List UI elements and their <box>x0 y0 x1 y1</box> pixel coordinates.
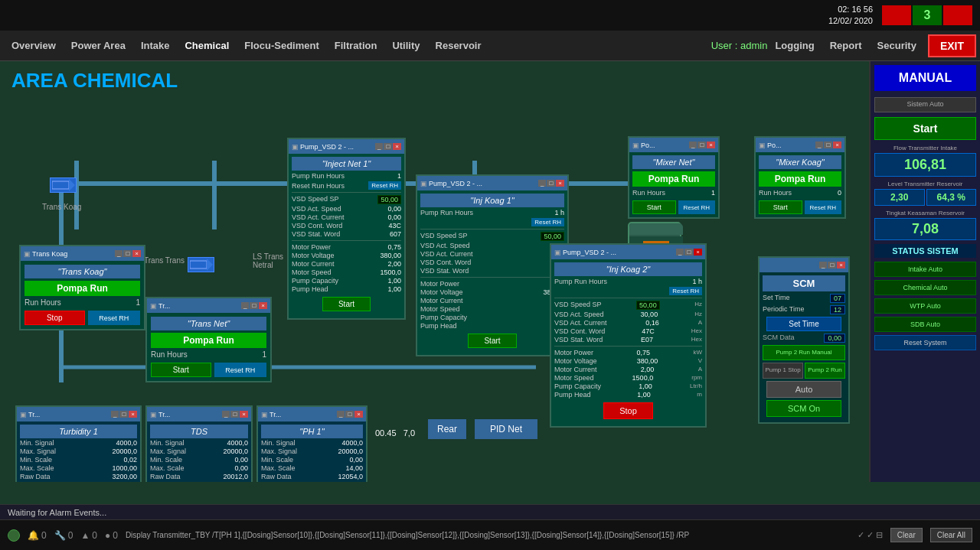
mixer-net-start[interactable]: Start <box>632 200 676 214</box>
ls-trans-label: LS TransNetral <box>253 252 283 269</box>
clear-all-button[interactable]: Clear All <box>930 528 972 542</box>
inject-net-start[interactable]: Start <box>322 297 371 311</box>
inj-koag2-titlebar: ▣ Pump_VSD 2 - ... _ □ × <box>551 245 705 259</box>
inj-koag1-close[interactable]: × <box>556 180 564 187</box>
mixer-koag-min[interactable]: _ <box>815 142 823 148</box>
trans-koag-reset-rh[interactable]: Reset RH <box>88 311 141 325</box>
nav-utility[interactable]: Utility <box>384 35 427 56</box>
ph1-max[interactable]: □ <box>345 411 354 418</box>
svg-marker-8 <box>69 179 75 191</box>
trans-net-run-hours-label: Run Hours <box>151 350 188 359</box>
mixer-net-max[interactable]: □ <box>697 142 706 148</box>
scm-pump2-run[interactable]: Pump 2 Run <box>805 363 845 378</box>
trans-koag-min[interactable]: _ <box>115 250 122 257</box>
scm-max[interactable]: □ <box>828 262 836 268</box>
ph1-close[interactable]: × <box>354 411 363 418</box>
turbidity-close[interactable]: × <box>129 411 137 418</box>
inject-net-window: ▣ Pump_VSD 2 - ... _ □ × "Inject Net 1" … <box>287 138 406 320</box>
inject-net-reset-rh[interactable]: Reset RH <box>368 181 401 190</box>
scm-auto[interactable]: Auto <box>766 381 841 398</box>
ph1-title: "PH 1" <box>261 425 363 438</box>
status-bar: Waiting for Alarm Events... <box>0 504 980 519</box>
inj-koag1-max[interactable]: □ <box>547 180 555 187</box>
exit-button[interactable]: EXIT <box>928 34 976 57</box>
inj-koag1-min[interactable]: _ <box>538 180 546 187</box>
tds-min[interactable]: _ <box>222 411 230 418</box>
svg-marker-10 <box>207 259 213 271</box>
nav-overview[interactable]: Overview <box>4 35 64 56</box>
inj-koag1-start[interactable]: Start <box>468 334 516 348</box>
nav-intake[interactable]: Intake <box>133 35 178 56</box>
scm-min[interactable]: _ <box>819 262 827 268</box>
mixer-koag-header: "Mixer Koag" <box>759 155 841 169</box>
flow-label: Flow Transmitter Intake <box>874 145 976 151</box>
status-sistem-title: STATUS SISTEM <box>874 244 976 258</box>
wtp-auto-btn[interactable]: WTP Auto <box>874 298 976 314</box>
nav-report[interactable]: Report <box>822 35 870 56</box>
scm-set-time[interactable]: Set Time <box>766 317 841 331</box>
trans-koag-stop[interactable]: Stop <box>24 311 85 325</box>
scm-pump2-run-manual[interactable]: Pump 2 Run Manual <box>763 345 845 360</box>
mixer-net-min[interactable]: _ <box>689 142 697 148</box>
mixer-koag-max[interactable]: □ <box>824 142 832 148</box>
inject-net-max[interactable]: □ <box>384 143 392 150</box>
nav-chemical[interactable]: Chemical <box>177 35 237 56</box>
trans-net-status: Pompa Run <box>151 333 266 348</box>
reset-system-btn[interactable]: Reset System <box>874 335 976 350</box>
nav-security[interactable]: Security <box>870 35 924 56</box>
mixer-net-close[interactable]: × <box>707 142 715 148</box>
sdb-auto-btn[interactable]: SDB Auto <box>874 317 976 332</box>
nav-reservoir[interactable]: Reservoir <box>428 35 489 56</box>
nav-user: User : admin <box>711 40 768 51</box>
inj-koag2-min[interactable]: _ <box>676 249 684 255</box>
tds-max[interactable]: □ <box>230 411 239 418</box>
trans-net-close[interactable]: × <box>259 302 267 309</box>
chemical-auto-btn[interactable]: Chemical Auto <box>874 280 976 295</box>
sistem-auto-btn[interactable]: Sistem Auto <box>874 97 976 112</box>
nav-flocu[interactable]: Flocu-Sediment <box>237 35 327 56</box>
inj-koag2-close[interactable]: × <box>694 249 702 255</box>
mixer-net-titlebar: ▣ Po... _ □ × <box>629 138 718 152</box>
turbidity-min[interactable]: _ <box>111 411 119 418</box>
trans-koag-window: ▣ Trans Koag _ □ × "Trans Koag" Pompa Ru… <box>19 245 145 330</box>
pid-net-button[interactable]: PID Net <box>475 419 537 439</box>
tds-close[interactable]: × <box>240 411 248 418</box>
mixer-net-window: ▣ Po... _ □ × "Mixer Net" Pompa Run Run … <box>628 136 720 219</box>
turbidity-panel: ▣ Tr... _ □ × Turbidity 1 Min. Signal400… <box>15 405 142 482</box>
trans-koag-titlebar: ▣ Trans Koag _ □ × <box>21 246 144 261</box>
nav-filtration[interactable]: Filtration <box>327 35 385 56</box>
indicators: 3 <box>882 5 972 25</box>
inj-koag2-stop[interactable]: Stop <box>603 402 653 419</box>
mixer-koag-close[interactable]: × <box>833 142 841 148</box>
trans-koag-close[interactable]: × <box>132 250 141 257</box>
inj-koag2-max[interactable]: □ <box>684 249 693 255</box>
scm-on-btn[interactable]: SCM On <box>766 400 841 417</box>
status-icon-green <box>8 529 20 542</box>
mixer-koag-reset-rh[interactable]: Reset RH <box>805 200 842 214</box>
inject-net-min[interactable]: _ <box>375 143 383 150</box>
trans-net-min[interactable]: _ <box>241 302 249 309</box>
scm-pump1-stop[interactable]: Pump 1 Stop <box>763 363 803 378</box>
tds-title: TDS <box>150 425 248 438</box>
ph1-min[interactable]: _ <box>337 411 345 418</box>
rear-button[interactable]: Rear <box>428 419 466 439</box>
inj-koag1-title: Pump_VSD 2 - ... <box>429 180 538 187</box>
inj-koag1-reset-rh[interactable]: Reset RH <box>531 218 564 226</box>
intake-auto-btn[interactable]: Intake Auto <box>874 262 976 277</box>
clear-button[interactable]: Clear <box>890 528 923 542</box>
mixer-net-reset-rh[interactable]: Reset RH <box>678 200 716 214</box>
mixer-koag-start[interactable]: Start <box>759 200 802 214</box>
trans-net-reset-rh[interactable]: Reset RH <box>214 363 267 377</box>
mixer-net-header: "Mixer Net" <box>632 155 715 169</box>
right-start-btn[interactable]: Start <box>874 117 976 140</box>
turbidity-max[interactable]: □ <box>119 411 128 418</box>
trans-koag-max[interactable]: □ <box>123 250 132 257</box>
scm-close[interactable]: × <box>837 262 845 268</box>
trans-net-start[interactable]: Start <box>151 363 211 377</box>
nav-logging[interactable]: Logging <box>767 35 822 56</box>
inject-net-close[interactable]: × <box>393 143 401 150</box>
inj-koag2-reset-rh[interactable]: Reset RH <box>669 287 702 295</box>
nav-power-area[interactable]: Power Area <box>64 35 133 56</box>
svg-rect-7 <box>52 181 69 189</box>
trans-net-max[interactable]: □ <box>250 302 258 309</box>
